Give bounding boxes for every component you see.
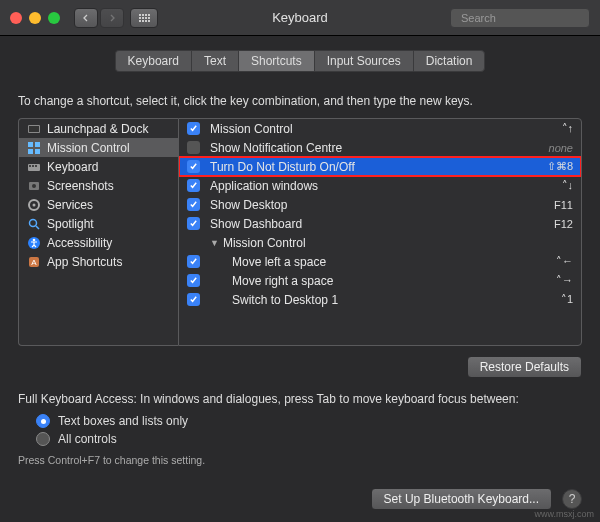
category-keyboard[interactable]: Keyboard [19, 157, 178, 176]
shortcut-label: Show Desktop [210, 198, 554, 212]
search-input[interactable] [461, 12, 599, 24]
grid-icon [139, 14, 150, 22]
radio-label: Text boxes and lists only [58, 414, 188, 428]
svg-point-13 [32, 184, 36, 188]
shortcut-row[interactable]: Show Notification Centrenone [179, 138, 581, 157]
shortcut-key[interactable]: ˄↑ [562, 122, 574, 135]
setup-bluetooth-keyboard-button[interactable]: Set Up Bluetooth Keyboard... [371, 488, 552, 510]
tab-keyboard[interactable]: Keyboard [115, 50, 191, 72]
category-app-shortcuts[interactable]: AApp Shortcuts [19, 252, 178, 271]
shortcut-label: Move left a space [210, 255, 556, 269]
category-label: Screenshots [47, 179, 114, 193]
shortcut-row[interactable]: Mission Control˄↑ [179, 119, 581, 138]
category-accessibility[interactable]: Accessibility [19, 233, 178, 252]
radio-text-boxes-only[interactable]: Text boxes and lists only [36, 414, 582, 428]
instruction-text: To change a shortcut, select it, click t… [18, 94, 582, 108]
svg-text:A: A [31, 258, 37, 267]
shortcut-row[interactable]: ▼Mission Control [179, 233, 581, 252]
shortcut-list: Mission Control˄↑Show Notification Centr… [178, 118, 582, 346]
shortcut-key[interactable]: F12 [554, 218, 573, 230]
category-label: App Shortcuts [47, 255, 122, 269]
tab-text[interactable]: Text [191, 50, 238, 72]
shortcut-label: Mission Control [210, 122, 562, 136]
svg-line-17 [36, 226, 39, 229]
keyboard-tip: Press Control+F7 to change this setting. [18, 454, 582, 466]
launchpad-icon [27, 122, 41, 136]
shortcut-row[interactable]: Turn Do Not Disturb On/Off⇧⌘8 [179, 157, 581, 176]
forward-button [100, 8, 124, 28]
svg-rect-5 [35, 142, 40, 147]
back-button[interactable] [74, 8, 98, 28]
category-label: Accessibility [47, 236, 112, 250]
shortcut-row[interactable]: Move left a space˄← [179, 252, 581, 271]
shortcut-group-label: Mission Control [223, 236, 573, 250]
shortcut-key[interactable]: none [549, 142, 573, 154]
shortcut-row[interactable]: Application windows˄↓ [179, 176, 581, 195]
shortcut-key[interactable]: F11 [554, 199, 573, 211]
svg-rect-11 [35, 165, 37, 167]
accessibility-icon [27, 236, 41, 250]
tab-dictation[interactable]: Dictation [413, 50, 486, 72]
svg-point-16 [30, 219, 37, 226]
mission-icon [27, 141, 41, 155]
svg-rect-10 [32, 165, 34, 167]
close-window-button[interactable] [10, 12, 22, 24]
shortcut-label: Show Dashboard [210, 217, 554, 231]
shortcut-label: Turn Do Not Disturb On/Off [210, 160, 547, 174]
category-spotlight[interactable]: Spotlight [19, 214, 178, 233]
restore-defaults-button[interactable]: Restore Defaults [467, 356, 582, 378]
watermark: www.msxj.com [534, 509, 594, 519]
shortcut-label: Switch to Desktop 1 [210, 293, 561, 307]
category-label: Keyboard [47, 160, 98, 174]
svg-rect-6 [28, 149, 33, 154]
search-field[interactable] [450, 8, 590, 28]
shortcut-row[interactable]: Show DesktopF11 [179, 195, 581, 214]
category-services[interactable]: Services [19, 195, 178, 214]
category-mission-control[interactable]: Mission Control [19, 138, 178, 157]
shortcut-key[interactable]: ˄→ [556, 274, 573, 287]
shortcut-checkbox[interactable] [187, 217, 200, 230]
shortcut-checkbox[interactable] [187, 198, 200, 211]
help-button[interactable]: ? [562, 489, 582, 509]
keyboard-icon [27, 160, 41, 174]
shortcut-key[interactable]: ˄← [556, 255, 573, 268]
shortcut-key[interactable]: ˄1 [561, 293, 573, 306]
tab-input-sources[interactable]: Input Sources [314, 50, 413, 72]
app-icon: A [27, 255, 41, 269]
category-list: Launchpad & DockMission ControlKeyboardS… [18, 118, 178, 346]
category-label: Services [47, 198, 93, 212]
svg-point-15 [33, 203, 36, 206]
shortcut-checkbox[interactable] [187, 293, 200, 306]
minimize-window-button[interactable] [29, 12, 41, 24]
category-launchpad-dock[interactable]: Launchpad & Dock [19, 119, 178, 138]
show-all-button[interactable] [130, 8, 158, 28]
shortcut-key[interactable]: ˄↓ [562, 179, 574, 192]
shortcut-label: Show Notification Centre [210, 141, 549, 155]
shortcut-row[interactable]: Show DashboardF12 [179, 214, 581, 233]
shortcut-checkbox[interactable] [187, 255, 200, 268]
tab-shortcuts[interactable]: Shortcuts [238, 50, 314, 72]
shortcut-checkbox[interactable] [187, 141, 200, 154]
svg-rect-4 [28, 142, 33, 147]
shortcut-row[interactable]: Move right a space˄→ [179, 271, 581, 290]
category-label: Mission Control [47, 141, 130, 155]
svg-rect-7 [35, 149, 40, 154]
radio-icon [36, 432, 50, 446]
svg-rect-9 [29, 165, 31, 167]
disclosure-triangle-icon: ▼ [210, 238, 219, 248]
radio-all-controls[interactable]: All controls [36, 432, 582, 446]
shortcut-checkbox[interactable] [187, 274, 200, 287]
full-keyboard-access-desc: Full Keyboard Access: In windows and dia… [18, 392, 582, 406]
radio-icon [36, 414, 50, 428]
shortcut-row[interactable]: Switch to Desktop 1˄1 [179, 290, 581, 309]
category-screenshots[interactable]: Screenshots [19, 176, 178, 195]
shortcut-checkbox[interactable] [187, 179, 200, 192]
shortcut-label: Application windows [210, 179, 562, 193]
shortcut-checkbox[interactable] [187, 160, 200, 173]
spotlight-icon [27, 217, 41, 231]
shortcut-label: Move right a space [210, 274, 556, 288]
shortcut-key[interactable]: ⇧⌘8 [547, 160, 573, 173]
zoom-window-button[interactable] [48, 12, 60, 24]
svg-point-19 [33, 238, 36, 241]
shortcut-checkbox[interactable] [187, 122, 200, 135]
